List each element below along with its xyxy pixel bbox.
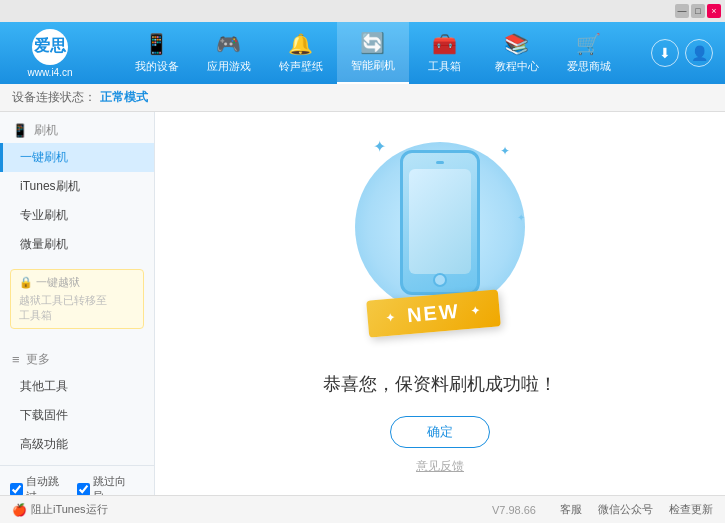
- sidebar-item-advanced[interactable]: 高级功能: [0, 430, 154, 459]
- header: 爱思 www.i4.cn 📱 我的设备 🎮 应用游戏 🔔 铃声壁纸 🔄 智能刷机…: [0, 22, 725, 84]
- feedback-link[interactable]: 意见反馈: [416, 458, 464, 475]
- nav-toolbox[interactable]: 🧰 工具箱: [409, 22, 481, 84]
- content-area: ✦ ✦ ✦ ✦ NEW ✦ 恭喜您，保资料刷机成功啦！ 确定 意见反馈: [155, 112, 725, 495]
- nav-mall-icon: 🛒: [576, 32, 601, 56]
- logo-text: www.i4.cn: [27, 67, 72, 78]
- new-banner: ✦ NEW ✦: [366, 289, 501, 337]
- notice-label: 一键越狱: [36, 275, 80, 290]
- itunes-icon: 🍎: [12, 503, 27, 517]
- phone-body: [400, 150, 480, 295]
- nav-flash-label: 智能刷机: [351, 58, 395, 73]
- nav-apps-icon: 🎮: [216, 32, 241, 56]
- support-link[interactable]: 客服: [560, 502, 582, 517]
- notice-description: 越狱工具已转移至 工具箱: [19, 293, 135, 323]
- status-value: 正常模式: [100, 89, 148, 106]
- more-section-icon: ≡: [12, 352, 20, 367]
- close-button[interactable]: ×: [707, 4, 721, 18]
- nav-toolbox-icon: 🧰: [432, 32, 457, 56]
- sidebar-notice: 🔒 一键越狱 越狱工具已转移至 工具箱: [10, 269, 144, 329]
- check-update-link[interactable]: 检查更新: [669, 502, 713, 517]
- user-button[interactable]: 👤: [685, 39, 713, 67]
- logo-icon: 爱思: [32, 29, 68, 65]
- flash-section-icon: 📱: [12, 123, 28, 138]
- flash-section-label: 刷机: [34, 122, 58, 139]
- sidebar-item-one-click-flash[interactable]: 一键刷机: [0, 143, 154, 172]
- auto-jump-input[interactable]: [10, 483, 23, 496]
- nav-apps-label: 应用游戏: [207, 59, 251, 74]
- phone-home-btn: [433, 273, 447, 287]
- phone-speaker: [436, 161, 444, 164]
- sidebar-item-other-tools[interactable]: 其他工具: [0, 372, 154, 401]
- status-bar: 设备连接状态： 正常模式: [0, 84, 725, 112]
- nav-ringtones[interactable]: 🔔 铃声壁纸: [265, 22, 337, 84]
- lock-icon: 🔒: [19, 276, 33, 289]
- nav-tutorials-icon: 📚: [504, 32, 529, 56]
- nav-apps-games[interactable]: 🎮 应用游戏: [193, 22, 265, 84]
- sidebar: 📱 刷机 一键刷机 iTunes刷机 专业刷机 微量刷机 🔒 一键越狱 越狱工具…: [0, 112, 155, 495]
- bottom-left: 🍎 阻止iTunes运行: [12, 502, 492, 517]
- nav-my-device-label: 我的设备: [135, 59, 179, 74]
- sidebar-flash-header: 📱 刷机: [0, 118, 154, 143]
- minimize-button[interactable]: —: [675, 4, 689, 18]
- success-illustration: ✦ ✦ ✦ ✦ NEW ✦: [345, 132, 535, 362]
- sidebar-item-itunes-flash[interactable]: iTunes刷机: [0, 172, 154, 201]
- nav-mall[interactable]: 🛒 爱思商城: [553, 22, 625, 84]
- sidebar-more-header: ≡ 更多: [0, 347, 154, 372]
- sparkle-2: ✦: [500, 144, 510, 158]
- nav-ringtones-label: 铃声壁纸: [279, 59, 323, 74]
- sidebar-item-save-data-flash[interactable]: 微量刷机: [0, 230, 154, 259]
- nav-my-device[interactable]: 📱 我的设备: [121, 22, 193, 84]
- sparkle-3: ✦: [517, 212, 525, 223]
- nav-flash-icon: 🔄: [360, 31, 385, 55]
- sidebar-item-download-firmware[interactable]: 下载固件: [0, 401, 154, 430]
- sidebar-item-pro-flash[interactable]: 专业刷机: [0, 201, 154, 230]
- main-nav: 📱 我的设备 🎮 应用游戏 🔔 铃声壁纸 🔄 智能刷机 🧰 工具箱 📚 教程中心…: [100, 22, 645, 84]
- version-label: V7.98.66: [492, 504, 536, 516]
- nav-tutorials[interactable]: 📚 教程中心: [481, 22, 553, 84]
- nav-mall-label: 爱思商城: [567, 59, 611, 74]
- wechat-link[interactable]: 微信公众号: [598, 502, 653, 517]
- skip-wizard-checkbox[interactable]: 跳过向导: [77, 474, 136, 495]
- title-bar: — □ ×: [0, 0, 725, 22]
- sparkle-1: ✦: [373, 137, 386, 156]
- header-right: ⬇ 👤: [645, 39, 725, 67]
- logo: 爱思 www.i4.cn: [0, 29, 100, 78]
- main-layout: 📱 刷机 一键刷机 iTunes刷机 专业刷机 微量刷机 🔒 一键越狱 越狱工具…: [0, 112, 725, 495]
- bottom-bar: 🍎 阻止iTunes运行 V7.98.66 客服 微信公众号 检查更新: [0, 495, 725, 523]
- checkbox-row: 自动跳过 跳过向导: [10, 474, 144, 495]
- itunes-status: 阻止iTunes运行: [31, 502, 108, 517]
- nav-tutorials-label: 教程中心: [495, 59, 539, 74]
- maximize-button[interactable]: □: [691, 4, 705, 18]
- sidebar-footer: 自动跳过 跳过向导 📱 iPhone 12 mini 64GB Down-12m…: [0, 465, 154, 495]
- nav-device-icon: 📱: [144, 32, 169, 56]
- more-section-label: 更多: [26, 351, 50, 368]
- phone-screen: [409, 169, 471, 274]
- nav-toolbox-label: 工具箱: [428, 59, 461, 74]
- bottom-right: V7.98.66 客服 微信公众号 检查更新: [492, 502, 713, 517]
- confirm-button[interactable]: 确定: [390, 416, 490, 448]
- nav-ringtones-icon: 🔔: [288, 32, 313, 56]
- auto-jump-checkbox[interactable]: 自动跳过: [10, 474, 69, 495]
- status-label: 设备连接状态：: [12, 89, 96, 106]
- sidebar-more-section: ≡ 更多 其他工具 下载固件 高级功能: [0, 341, 154, 465]
- success-message: 恭喜您，保资料刷机成功啦！: [323, 372, 557, 396]
- skip-wizard-input[interactable]: [77, 483, 90, 496]
- download-button[interactable]: ⬇: [651, 39, 679, 67]
- nav-smart-flash[interactable]: 🔄 智能刷机: [337, 22, 409, 84]
- sidebar-flash-section: 📱 刷机 一键刷机 iTunes刷机 专业刷机 微量刷机: [0, 112, 154, 265]
